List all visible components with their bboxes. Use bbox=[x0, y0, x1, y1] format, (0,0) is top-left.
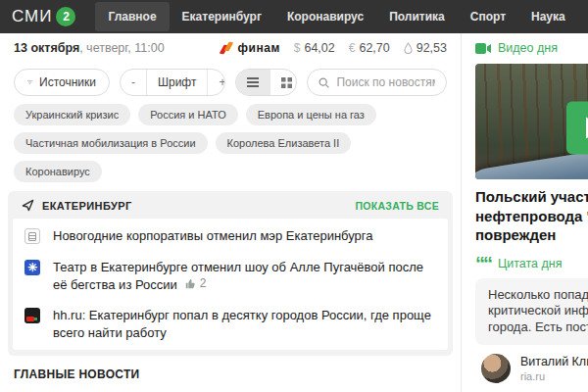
oil-rate: 92,53 bbox=[404, 41, 447, 55]
hh-favicon bbox=[24, 308, 40, 323]
list-view-button[interactable] bbox=[236, 70, 270, 95]
quote-of-day-header[interactable]: ““ Цитата дня bbox=[475, 257, 588, 270]
logo-text: СМИ bbox=[12, 7, 52, 26]
thumbs-up-icon bbox=[185, 278, 196, 289]
nav-item-ekaterinburg[interactable]: Екатеринбург bbox=[170, 2, 274, 31]
info-bar: 13 октября, четверг, 11:00 финам $ 64,02… bbox=[0, 33, 461, 63]
news-search bbox=[307, 69, 447, 96]
tag-mobilization[interactable]: Частичная мобилизация в России bbox=[14, 132, 208, 154]
list-view-icon bbox=[247, 77, 259, 87]
newspaper-favicon bbox=[24, 228, 40, 244]
main-news-list: В Киевской области заявили об ударах по … bbox=[8, 385, 453, 392]
main-column: 13 октября, четверг, 11:00 финам $ 64,02… bbox=[0, 33, 461, 392]
news-title: Театр в Екатеринбурге отменил шоу об Алл… bbox=[53, 259, 436, 294]
tag-coronavirus[interactable]: Коронавирус bbox=[14, 161, 102, 182]
smi2-logo[interactable]: СМИ 2 bbox=[12, 7, 75, 26]
news-title: hh.ru: Екатеринбург попал в десятку горо… bbox=[53, 307, 436, 341]
news-title: Новогодние корпоративы отменил мэр Екате… bbox=[53, 227, 373, 245]
finam-flame-icon bbox=[220, 42, 233, 55]
nav-item-biznes[interactable]: Бизнес bbox=[578, 2, 588, 31]
location-arrow-icon bbox=[22, 199, 34, 212]
asterisk-favicon: ✳ bbox=[24, 260, 40, 275]
quote-text: Несколько попаданий в объекты критическо… bbox=[475, 278, 588, 346]
font-label: Шрифт bbox=[146, 70, 207, 95]
author-name: Виталий Кличко bbox=[520, 355, 588, 368]
topic-tags: Украинский кризис Россия и НАТО Европа и… bbox=[0, 96, 461, 186]
news-toolbar: Источники - Шрифт + bbox=[0, 63, 461, 96]
author-source: ria.ru bbox=[520, 370, 588, 382]
market-rates: финам $ 64,02 € 62,70 92,53 bbox=[220, 41, 447, 55]
nav-item-glavnoe[interactable]: Главное bbox=[95, 2, 169, 31]
video-of-day-header[interactable]: Видео дня bbox=[475, 41, 588, 55]
news-item[interactable]: hh.ru: Екатеринбург попал в десятку горо… bbox=[13, 300, 448, 348]
ekaterinburg-section-header: ЕКАТЕРИНБУРГ ПОКАЗАТЬ ВСЕ bbox=[8, 191, 453, 219]
nav-item-nauka[interactable]: Наука bbox=[518, 2, 578, 31]
grid-view-button[interactable] bbox=[270, 70, 297, 95]
view-toggle bbox=[235, 69, 297, 96]
current-date: 13 октября, четверг, 11:00 bbox=[14, 41, 165, 55]
dollar-icon: $ bbox=[294, 41, 301, 55]
grid-view-icon bbox=[281, 77, 292, 88]
search-input[interactable] bbox=[336, 75, 435, 89]
logo-badge-2: 2 bbox=[56, 7, 75, 26]
section-title: ЕКАТЕРИНБУРГ bbox=[42, 200, 132, 212]
tag-queen-elizabeth[interactable]: Королева Елизавета II bbox=[216, 132, 352, 154]
avatar bbox=[481, 354, 511, 383]
tag-europe-gas[interactable]: Европа и цены на газ bbox=[246, 104, 376, 125]
eur-rate: € 62,70 bbox=[349, 41, 390, 55]
nav-item-politika[interactable]: Политика bbox=[376, 2, 458, 31]
video-title[interactable]: Польский участок нефтепровода "Дружба" п… bbox=[475, 187, 588, 245]
show-all-link[interactable]: ПОКАЗАТЬ ВСЕ bbox=[355, 200, 439, 212]
news-item[interactable]: Новогодние корпоративы отменил мэр Екате… bbox=[13, 220, 448, 252]
search-icon bbox=[318, 76, 329, 89]
quote-author[interactable]: Виталий Кличко ria.ru bbox=[481, 354, 588, 383]
right-sidebar: Видео дня Польский участок нефтепровода … bbox=[461, 33, 588, 392]
quote-icon: ““ bbox=[475, 259, 491, 269]
usd-rate: $ 64,02 bbox=[294, 41, 335, 55]
ekaterinburg-section: ЕКАТЕРИНБУРГ ПОКАЗАТЬ ВСЕ Новогодние кор… bbox=[8, 191, 453, 356]
font-decrease-button[interactable]: - bbox=[121, 70, 146, 95]
tag-russia-nato[interactable]: Россия и НАТО bbox=[138, 104, 238, 125]
nav-item-koronavirus[interactable]: Коронавирус bbox=[274, 2, 376, 31]
nav-item-sport[interactable]: Спорт bbox=[458, 2, 518, 31]
main-news-title: ГЛАВНЫЕ НОВОСТИ bbox=[14, 368, 447, 381]
sources-button[interactable]: Источники bbox=[14, 69, 110, 96]
font-size-control: - Шрифт + bbox=[120, 69, 225, 96]
news-item[interactable]: ✳ Театр в Екатеринбурге отменил шоу об А… bbox=[13, 252, 448, 301]
filter-icon bbox=[27, 77, 32, 87]
oil-drop-icon bbox=[404, 42, 413, 54]
video-thumbnail[interactable] bbox=[475, 64, 588, 179]
font-increase-button[interactable]: + bbox=[207, 70, 225, 95]
top-nav-bar: СМИ 2 Главное Екатеринбург Коронавирус П… bbox=[0, 0, 588, 33]
finam-logo[interactable]: финам bbox=[220, 41, 280, 55]
tag-ukrainian-crisis[interactable]: Украинский кризис bbox=[14, 104, 130, 125]
euro-icon: € bbox=[349, 41, 356, 55]
play-button[interactable] bbox=[566, 101, 588, 154]
news-item[interactable]: В Киевской области заявили об ударах по … bbox=[8, 385, 453, 392]
likes-count[interactable]: 2 bbox=[185, 275, 207, 291]
video-camera-icon bbox=[475, 43, 491, 54]
ekaterinburg-news-list: Новогодние корпоративы отменил мэр Екате… bbox=[13, 219, 448, 350]
main-nav: Главное Екатеринбург Коронавирус Политик… bbox=[95, 0, 588, 33]
